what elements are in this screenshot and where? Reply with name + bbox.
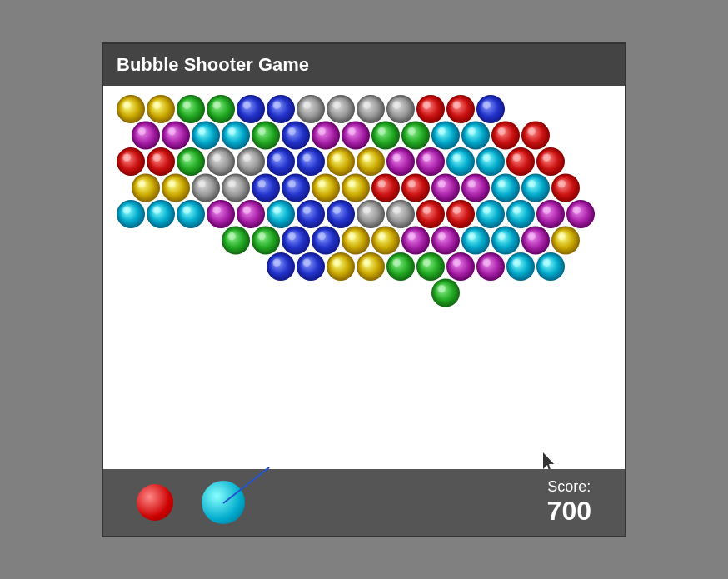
next-bubble — [137, 484, 173, 521]
bottom-bar: Score: 700 — [103, 469, 625, 536]
current-bubble-container — [198, 477, 248, 527]
game-container: Bubble Shooter Game Score: 700 — [102, 42, 626, 537]
shooter-area — [137, 477, 248, 527]
game-canvas[interactable] — [103, 86, 625, 469]
score-label: Score: — [547, 478, 591, 496]
title-bar: Bubble Shooter Game — [103, 44, 625, 86]
game-title: Bubble Shooter Game — [117, 54, 309, 75]
score-value: 700 — [547, 496, 591, 527]
game-area[interactable] — [103, 86, 625, 469]
score-area: Score: 700 — [547, 478, 591, 527]
